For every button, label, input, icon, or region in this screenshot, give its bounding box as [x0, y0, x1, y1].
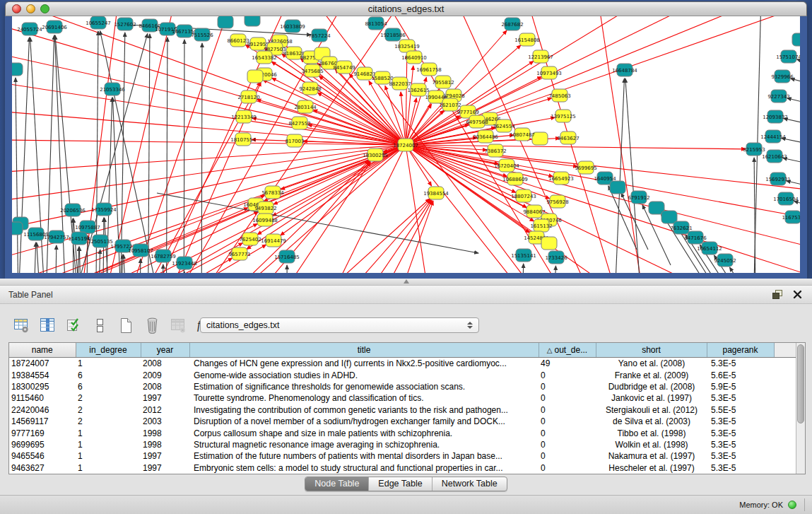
- graph-node[interactable]: 8427552: [288, 117, 310, 129]
- graph-node[interactable]: [245, 16, 260, 26]
- graph-node[interactable]: 9227343: [767, 90, 789, 103]
- column-header-pagerank[interactable]: pagerank: [707, 343, 774, 358]
- graph-node[interactable]: 6791912: [628, 191, 649, 204]
- table-scrollbar-thumb[interactable]: [797, 344, 804, 424]
- cell-in_degree[interactable]: 1: [76, 450, 141, 462]
- cell-pagerank[interactable]: 5.9E-5: [707, 381, 774, 392]
- cell-title[interactable]: Embryonic stem cells: a model to study s…: [189, 462, 539, 474]
- cell-short[interactable]: Yano et al. (2008): [596, 358, 707, 370]
- row-height-icon[interactable]: [90, 315, 110, 335]
- cell-title[interactable]: Estimation of the future numbers of pati…: [189, 450, 539, 462]
- graph-node[interactable]: 12444154: [760, 130, 786, 143]
- cell-title[interactable]: Genome-wide association studies in ADHD.: [189, 369, 539, 380]
- graph-node[interactable]: 15716485: [274, 250, 300, 263]
- cell-pagerank[interactable]: 5.3E-5: [707, 439, 774, 450]
- cell-year[interactable]: 2008: [141, 358, 189, 370]
- cell-title[interactable]: Disruption of a novel member of a sodium…: [189, 416, 539, 427]
- cell-in_degree[interactable]: 1: [76, 427, 141, 438]
- cell-title[interactable]: Estimation of significance thresholds fo…: [189, 381, 539, 392]
- graph-node[interactable]: 2687682: [501, 18, 523, 30]
- graph-node[interactable]: 19384554: [423, 187, 449, 199]
- column-visibility-icon[interactable]: [37, 315, 57, 335]
- tab-node-table[interactable]: Node Table: [305, 477, 368, 491]
- cell-out_degree[interactable]: 0: [539, 450, 596, 462]
- graph-node[interactable]: [12, 222, 23, 235]
- graph-node[interactable]: 9657771: [228, 247, 250, 260]
- cell-pagerank[interactable]: 5.6E-5: [707, 369, 774, 380]
- table-row[interactable]: 946554611997Estimation of the future num…: [9, 450, 796, 462]
- graph-node[interactable]: 6497568: [466, 115, 488, 128]
- cell-pagerank[interactable]: 5.3E-5: [707, 450, 774, 462]
- graph-node[interactable]: 7485063: [548, 89, 570, 102]
- cell-out_degree[interactable]: 0: [539, 404, 596, 416]
- cell-pagerank[interactable]: 5.3E-5: [707, 462, 774, 474]
- graph-node[interactable]: 9242848: [299, 82, 321, 95]
- splitter-handle-icon[interactable]: [404, 279, 409, 284]
- graph-node[interactable]: 17359924: [91, 203, 117, 216]
- cell-in_degree[interactable]: 6: [76, 381, 141, 392]
- cell-short[interactable]: Nakamura et al. (1997): [596, 450, 707, 462]
- cell-year[interactable]: 1997: [141, 450, 189, 462]
- graph-node[interactable]: 817003: [286, 134, 305, 147]
- graph-node[interactable]: [12, 63, 23, 76]
- cell-name[interactable]: 9463627: [9, 462, 76, 474]
- cell-name[interactable]: 18724007: [9, 358, 76, 370]
- table-row[interactable]: 1938455462009Genome-wide association stu…: [9, 369, 796, 380]
- close-window-button[interactable]: [12, 4, 21, 13]
- cell-short[interactable]: Tibbo et al. (1998): [596, 427, 707, 438]
- graph-node[interactable]: 16648784: [612, 64, 637, 76]
- cell-in_degree[interactable]: 1: [76, 358, 141, 370]
- cell-name[interactable]: 18300295: [9, 381, 76, 392]
- column-header-year[interactable]: year: [141, 343, 189, 358]
- graph-node[interactable]: [792, 33, 800, 46]
- table-row[interactable]: 969969511998Structural magnetic resonanc…: [9, 439, 796, 450]
- graph-node[interactable]: 15692931: [765, 173, 791, 185]
- graph-node[interactable]: 16154808: [514, 33, 540, 46]
- float-panel-icon[interactable]: [772, 289, 783, 300]
- cell-year[interactable]: 2009: [141, 369, 189, 380]
- window-titlebar[interactable]: citations_edges.txt: [5, 1, 807, 16]
- cell-year[interactable]: 1998: [141, 427, 189, 438]
- cell-name[interactable]: 19384554: [9, 369, 76, 380]
- graph-node[interactable]: 9756928: [546, 195, 568, 208]
- cell-name[interactable]: 22420046: [9, 404, 76, 416]
- cell-year[interactable]: 2012: [141, 404, 189, 416]
- cell-in_degree[interactable]: 2: [76, 416, 141, 427]
- cell-out_degree[interactable]: 0: [539, 427, 596, 438]
- cell-year[interactable]: 1997: [141, 392, 189, 404]
- cell-pagerank[interactable]: 5.3E-5: [707, 392, 774, 404]
- cell-in_degree[interactable]: 2: [76, 392, 141, 404]
- graph-node[interactable]: 7955812: [432, 76, 454, 88]
- cell-short[interactable]: Hescheler et al. (1997): [596, 462, 707, 474]
- cell-in_degree[interactable]: 1: [76, 462, 141, 474]
- cell-short[interactable]: Jankovic et al. (1997): [596, 392, 707, 404]
- new-table-icon[interactable]: [116, 315, 136, 335]
- graph-node[interactable]: 13975125: [551, 110, 576, 122]
- graph-node[interactable]: 8813054: [365, 17, 387, 30]
- cell-year[interactable]: 2008: [141, 381, 189, 392]
- import-table-icon[interactable]: [168, 315, 188, 335]
- graph-node[interactable]: [610, 181, 625, 194]
- graph-node[interactable]: 20206536: [60, 204, 86, 216]
- cell-year[interactable]: 1998: [141, 439, 189, 450]
- graph-node[interactable]: 12213967: [528, 50, 553, 63]
- cell-name[interactable]: 14569117: [9, 416, 76, 427]
- graph-node[interactable]: 19218586: [380, 28, 406, 41]
- cell-out_degree[interactable]: 0: [539, 392, 596, 404]
- graph-node[interactable]: 10655247: [86, 16, 111, 29]
- cell-title[interactable]: Changes of HCN gene expression and I(f) …: [189, 358, 539, 370]
- cell-short[interactable]: de Silva et al. (2003): [596, 416, 707, 427]
- cell-in_degree[interactable]: 1: [76, 439, 141, 450]
- cell-out_degree[interactable]: 0: [539, 369, 596, 380]
- table-source-select[interactable]: citations_edges.txt: [200, 317, 479, 333]
- cell-name[interactable]: 9465546: [9, 450, 76, 462]
- column-header-short[interactable]: short: [596, 343, 707, 358]
- graph-node[interactable]: 7515526: [191, 28, 213, 41]
- close-panel-icon[interactable]: [793, 290, 802, 299]
- graph-node[interactable]: 18807243: [511, 189, 536, 202]
- graph-node[interactable]: [247, 70, 263, 83]
- cell-title[interactable]: Corpus callosum shape and size in male p…: [189, 427, 539, 438]
- cell-out_degree[interactable]: 0: [539, 416, 596, 427]
- table-row[interactable]: 1456911722003Disruption of a novel membe…: [9, 416, 796, 427]
- table-row[interactable]: 1830029562008Estimation of significance …: [9, 381, 796, 392]
